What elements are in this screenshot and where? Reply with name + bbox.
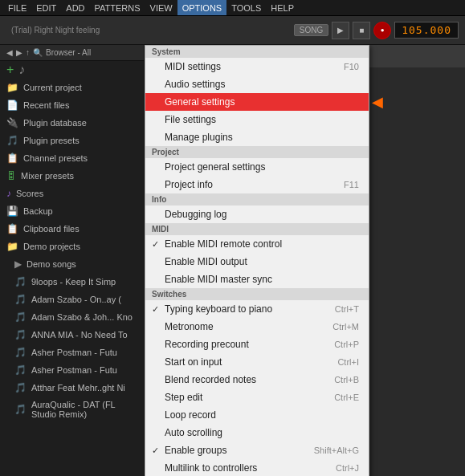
play-button[interactable]: ▶ <box>332 22 349 39</box>
menu-item-start-on-input[interactable]: Start on input Ctrl+I <box>145 353 369 371</box>
nav-back-icon[interactable]: ◀ <box>6 48 13 57</box>
menu-item-general-settings[interactable]: General settings ◀ <box>145 93 369 111</box>
sidebar-item-9loops[interactable]: 🎵 9loops - Keep It Simp <box>0 273 144 291</box>
demo-songs-icon: ▶ <box>14 258 22 270</box>
sidebar-item-backup[interactable]: 💾 Backup <box>0 202 144 220</box>
menu-file[interactable]: FILE <box>3 0 31 15</box>
sidebar-item-label: Mixer presets <box>21 171 74 181</box>
track-icon: 🎵 <box>14 329 27 340</box>
menu-item-typing-keyboard[interactable]: ✓ Typing keyboard to piano Ctrl+T <box>145 300 369 318</box>
menu-item-manage-plugins[interactable]: Manage plugins <box>145 128 369 146</box>
sidebar-item-label: AuraQualic - DAT (FL Studio Remix) <box>31 400 137 419</box>
menu-section-midi: MIDI <box>145 223 369 235</box>
menu-item-enable-groups[interactable]: ✓ Enable groups Shift+Alt+G <box>145 441 369 459</box>
track-icon: 🎵 <box>14 364 27 376</box>
menu-item-step-edit[interactable]: Step edit Ctrl+E <box>145 389 369 406</box>
menu-item-label: General settings <box>165 96 235 108</box>
menu-item-label: Enable groups <box>165 445 226 456</box>
menu-item-loop-record[interactable]: Loop record <box>145 406 369 424</box>
menu-item-shortcut: Ctrl+B <box>318 375 359 384</box>
scores-icon: ♪ <box>6 188 11 199</box>
menu-add[interactable]: ADD <box>61 0 89 15</box>
sidebar-item-adam-szabo-joh[interactable]: 🎵 Adam Szabo & Joh... Kno <box>0 308 144 326</box>
menu-item-multilink-controllers[interactable]: Multilink to controllers Ctrl+J <box>145 459 369 476</box>
sidebar-item-label: Current project <box>23 83 82 92</box>
menu-item-label: Step edit <box>165 392 202 403</box>
menu-item-auto-scrolling[interactable]: Auto scrolling <box>145 424 369 441</box>
bpm-display: 105.000 <box>394 22 459 39</box>
menu-tools[interactable]: TOOLS <box>226 0 266 15</box>
menu-item-audio-settings[interactable]: Audio settings <box>145 75 369 93</box>
sidebar-item-anna-mia[interactable]: 🎵 ANNA MIA - No Need To <box>0 326 144 344</box>
sidebar-item-asher2[interactable]: 🎵 Asher Postman - Futu <box>0 361 144 379</box>
menu-item-shortcut: Ctrl+I <box>321 357 359 367</box>
sidebar-item-label: Demo songs <box>27 259 76 269</box>
menu-item-label: Auto scrolling <box>165 427 222 438</box>
menu-item-shortcut: Ctrl+P <box>318 340 359 349</box>
menu-item-label: Enable MIDI output <box>165 256 247 267</box>
menu-help[interactable]: HELP <box>266 0 299 15</box>
menu-item-enable-midi-output[interactable]: Enable MIDI output <box>145 253 369 271</box>
search-icon[interactable]: 🔍 <box>33 48 43 57</box>
menu-item-file-settings[interactable]: File settings <box>145 111 369 128</box>
menu-item-debugging-log[interactable]: Debugging log <box>145 205 369 223</box>
menu-view[interactable]: VIEW <box>145 0 177 15</box>
sidebar-item-scores[interactable]: ♪ Scores <box>0 185 144 202</box>
track-icon: 🎵 <box>14 276 27 287</box>
menu-section-info: Info <box>145 193 369 205</box>
stop-button[interactable]: ■ <box>353 22 370 39</box>
nav-up-icon[interactable]: ↑ <box>26 48 30 57</box>
song-badge[interactable]: SONG <box>294 24 328 36</box>
sidebar: ◀ ▶ ↑ 🔍 Browser - All + ♪ 📁 Current proj… <box>0 45 145 476</box>
content-area: 🔊 Channel rack Bass Fm ● + <box>145 45 465 476</box>
nav-forward-icon[interactable]: ▶ <box>16 48 22 57</box>
menu-item-shortcut: Ctrl+J <box>320 463 359 473</box>
sidebar-item-mixer-presets[interactable]: 🎛 Mixer presets <box>0 167 144 185</box>
sidebar-item-channel-presets[interactable]: 📋 Channel presets <box>0 149 144 167</box>
sidebar-item-label: Backup <box>23 206 53 216</box>
sidebar-item-auraqualic[interactable]: 🎵 AuraQualic - DAT (FL Studio Remix) <box>0 397 144 422</box>
sidebar-item-label: Plugin database <box>23 118 87 128</box>
menu-item-blend-recorded-notes[interactable]: Blend recorded notes Ctrl+B <box>145 371 369 389</box>
track-icon: 🎵 <box>14 382 27 393</box>
sidebar-item-adam-szabo[interactable]: 🎵 Adam Szabo - On..ay ( <box>0 291 144 308</box>
demo-folder-icon: 📁 <box>6 241 18 252</box>
folder-icon: 📁 <box>6 82 18 93</box>
menu-section-project: Project <box>145 146 369 158</box>
menu-options[interactable]: OPTIONS <box>177 0 227 15</box>
menu-item-label: Enable MIDI remote control <box>165 238 282 250</box>
menu-item-label: Typing keyboard to piano <box>165 303 272 315</box>
sidebar-add-btn[interactable]: + ♪ <box>0 61 144 79</box>
menu-item-shortcut: Ctrl+M <box>316 322 359 332</box>
record-button[interactable]: ● <box>373 22 391 39</box>
menu-item-enable-midi-sync[interactable]: Enable MIDI master sync <box>145 271 369 288</box>
sidebar-item-label: Atthar Feat Mehr..ght Ni <box>31 383 125 393</box>
menu-section-switches: Switches <box>145 288 369 300</box>
menu-patterns[interactable]: PATTERNS <box>90 0 145 15</box>
menu-item-label: Project info <box>165 179 213 190</box>
sidebar-item-demo-songs[interactable]: ▶ Demo songs <box>0 255 144 273</box>
sidebar-item-asher1[interactable]: 🎵 Asher Postman - Futu <box>0 344 144 361</box>
channel-icon: 📋 <box>6 153 18 164</box>
sidebar-item-recent-files[interactable]: 📄 Recent files <box>0 96 144 114</box>
menu-item-project-info[interactable]: Project info F11 <box>145 176 369 193</box>
mixer-icon: 🎛 <box>6 170 16 181</box>
menu-edit[interactable]: EDIT <box>31 0 61 15</box>
menu-item-shortcut: Ctrl+E <box>318 393 359 402</box>
menu-item-midi-settings[interactable]: MIDI settings F10 <box>145 58 369 75</box>
sidebar-item-clipboard[interactable]: 📋 Clipboard files <box>0 220 144 238</box>
plugin-icon: 🔌 <box>6 117 18 128</box>
menu-item-recording-precount[interactable]: Recording precount Ctrl+P <box>145 336 369 353</box>
clipboard-icon: 📋 <box>6 223 18 234</box>
sidebar-item-plugin-presets[interactable]: 🎵 Plugin presets <box>0 132 144 149</box>
file-icon: 📄 <box>6 100 18 111</box>
sidebar-item-atthar[interactable]: 🎵 Atthar Feat Mehr..ght Ni <box>0 379 144 397</box>
menu-item-label: Audio settings <box>165 79 225 90</box>
sidebar-item-plugin-database[interactable]: 🔌 Plugin database <box>0 114 144 132</box>
menu-item-enable-midi-remote[interactable]: ✓ Enable MIDI remote control <box>145 235 369 253</box>
menu-item-metronome[interactable]: Metronome Ctrl+M <box>145 318 369 336</box>
menu-item-project-general[interactable]: Project general settings <box>145 158 369 176</box>
sidebar-item-label: Plugin presets <box>23 136 80 145</box>
sidebar-item-current-project[interactable]: 📁 Current project <box>0 79 144 96</box>
sidebar-item-demo-projects[interactable]: 📁 Demo projects <box>0 238 144 255</box>
